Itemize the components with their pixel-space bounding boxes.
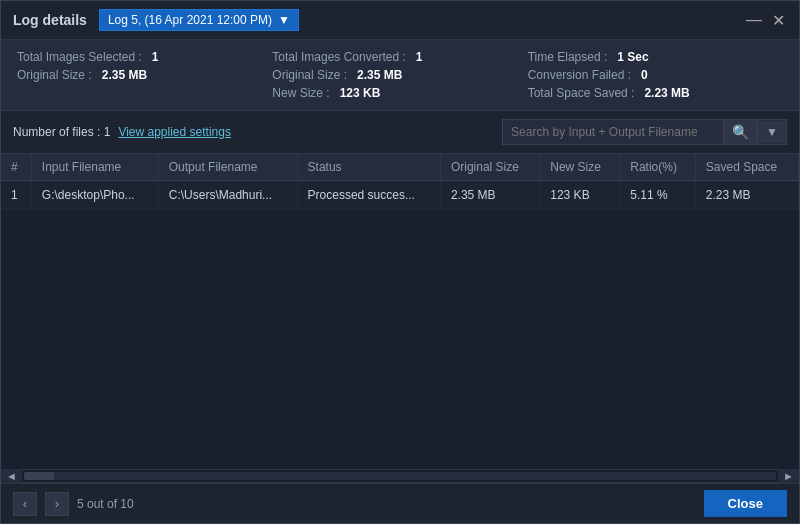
new-size-row: New Size : 123 KB: [272, 86, 527, 100]
total-images-row: Total Images Selected : 1: [17, 50, 272, 64]
chevron-down-icon: ▼: [278, 13, 290, 27]
window-title: Log details: [13, 12, 87, 28]
total-converted-label: Total Images Converted :: [272, 50, 405, 64]
time-elapsed-row: Time Elapsed : 1 Sec: [528, 50, 783, 64]
search-icon: 🔍: [732, 124, 749, 140]
col-header-input-filename: Input Filename: [31, 154, 158, 181]
stats-panel: Total Images Selected : 1 Original Size …: [1, 40, 799, 111]
col-header-status: Status: [297, 154, 440, 181]
conversion-failed-row: Conversion Failed : 0: [528, 68, 783, 82]
log-dropdown-label: Log 5, (16 Apr 2021 12:00 PM): [108, 13, 272, 27]
stats-right: Time Elapsed : 1 Sec Conversion Failed :…: [528, 50, 783, 100]
chevron-left-icon: ‹: [23, 496, 27, 511]
main-window: Log details Log 5, (16 Apr 2021 12:00 PM…: [0, 0, 800, 524]
next-page-button[interactable]: ›: [45, 492, 69, 516]
minimize-button[interactable]: —: [745, 11, 763, 29]
bottom-bar: ‹ › 5 out of 10 Close: [1, 483, 799, 523]
table-cell-4: 2.35 MB: [440, 181, 539, 210]
search-button[interactable]: 🔍: [723, 120, 757, 144]
stats-left: Total Images Selected : 1 Original Size …: [17, 50, 272, 100]
title-bar: Log details Log 5, (16 Apr 2021 12:00 PM…: [1, 1, 799, 40]
chevron-down-icon: ▼: [766, 125, 778, 139]
total-converted-row: Total Images Converted : 1: [272, 50, 527, 64]
results-table: # Input Filename Output Filename Status …: [1, 154, 799, 210]
table-cell-2: C:\Users\Madhuri...: [158, 181, 297, 210]
table-cell-6: 5.11 %: [620, 181, 696, 210]
total-images-value: 1: [152, 50, 159, 64]
original-size-left-value: 2.35 MB: [102, 68, 147, 82]
total-images-label: Total Images Selected :: [17, 50, 142, 64]
table-container[interactable]: # Input Filename Output Filename Status …: [1, 154, 799, 469]
table-cell-3: Processed succes...: [297, 181, 440, 210]
scrollbar-track[interactable]: [24, 472, 776, 480]
view-applied-settings-link[interactable]: View applied settings: [118, 125, 231, 139]
space-saved-row: Total Space Saved : 2.23 MB: [528, 86, 783, 100]
file-count-label: Number of files : 1: [13, 125, 110, 139]
col-header-original-size: Original Size: [440, 154, 539, 181]
original-size-left-label: Original Size :: [17, 68, 92, 82]
toolbar: Number of files : 1 View applied setting…: [1, 111, 799, 154]
page-info: 5 out of 10: [77, 497, 134, 511]
chevron-right-icon: ›: [55, 496, 59, 511]
original-size-center-row: Original Size : 2.35 MB: [272, 68, 527, 82]
new-size-value: 123 KB: [340, 86, 381, 100]
col-header-ratio: Ratio(%): [620, 154, 696, 181]
log-dropdown[interactable]: Log 5, (16 Apr 2021 12:00 PM) ▼: [99, 9, 299, 31]
table-header-row: # Input Filename Output Filename Status …: [1, 154, 799, 181]
space-saved-value: 2.23 MB: [644, 86, 689, 100]
scrollbar-thumb[interactable]: [24, 472, 54, 480]
original-size-center-label: Original Size :: [272, 68, 347, 82]
time-elapsed-value: 1 Sec: [617, 50, 648, 64]
original-size-left-row: Original Size : 2.35 MB: [17, 68, 272, 82]
new-size-label: New Size :: [272, 86, 329, 100]
conversion-failed-label: Conversion Failed :: [528, 68, 631, 82]
original-size-center-value: 2.35 MB: [357, 68, 402, 82]
scroll-left-button[interactable]: ◄: [1, 469, 22, 483]
search-dropdown-button[interactable]: ▼: [757, 121, 786, 143]
scroll-right-button[interactable]: ►: [778, 469, 799, 483]
search-container: 🔍 ▼: [502, 119, 787, 145]
close-window-button[interactable]: ✕: [769, 11, 787, 29]
col-header-saved-space: Saved Space: [695, 154, 798, 181]
conversion-failed-value: 0: [641, 68, 648, 82]
table-cell-5: 123 KB: [540, 181, 620, 210]
col-header-new-size: New Size: [540, 154, 620, 181]
table-cell-0: 1: [1, 181, 31, 210]
close-button[interactable]: Close: [704, 490, 787, 517]
col-header-output-filename: Output Filename: [158, 154, 297, 181]
col-header-index: #: [1, 154, 31, 181]
prev-page-button[interactable]: ‹: [13, 492, 37, 516]
total-converted-value: 1: [416, 50, 423, 64]
table-row: 1G:\desktop\Pho...C:\Users\Madhuri...Pro…: [1, 181, 799, 210]
horizontal-scrollbar[interactable]: ◄ ►: [1, 469, 799, 483]
search-input[interactable]: [503, 121, 723, 143]
table-cell-7: 2.23 MB: [695, 181, 798, 210]
window-controls: — ✕: [745, 11, 787, 29]
time-elapsed-label: Time Elapsed :: [528, 50, 608, 64]
stats-center: Total Images Converted : 1 Original Size…: [272, 50, 527, 100]
table-cell-1: G:\desktop\Pho...: [31, 181, 158, 210]
space-saved-label: Total Space Saved :: [528, 86, 635, 100]
